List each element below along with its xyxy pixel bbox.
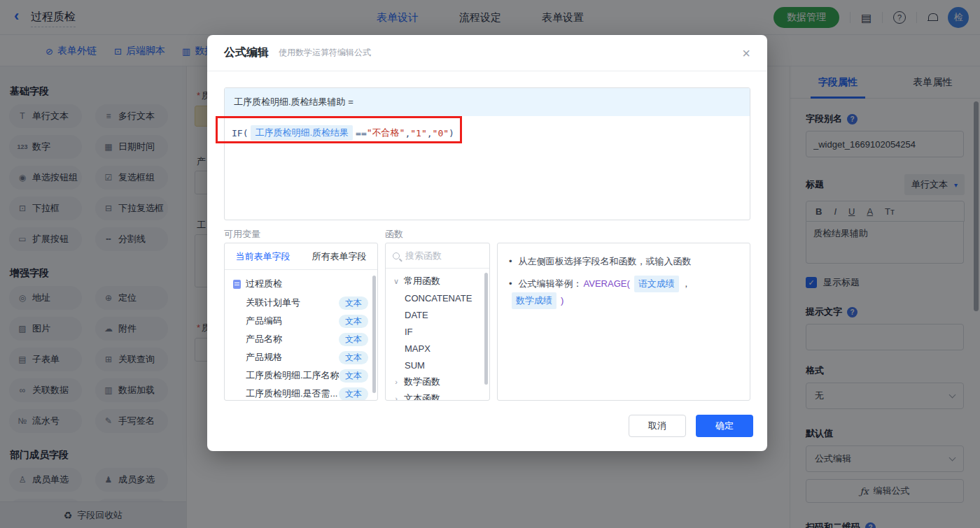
type-badge: 文本 — [339, 315, 368, 328]
modal-header: 公式编辑 使用数学运算符编辑公式 × — [207, 35, 767, 71]
help-tip-2: • 公式编辑举例：AVERAGE(语文成绩，数学成绩) — [509, 276, 738, 309]
type-badge: 文本 — [339, 369, 368, 383]
variable-item[interactable]: 产品编码文本 — [225, 312, 377, 330]
formula-op: , — [405, 128, 410, 138]
function-item[interactable]: SUM — [386, 357, 489, 373]
type-badge: 文本 — [339, 387, 368, 401]
modal-title: 公式编辑 — [224, 45, 269, 60]
function-group[interactable]: ›文本函数 — [386, 390, 489, 401]
type-badge: 文本 — [339, 297, 368, 310]
formula-fn: IF( — [232, 128, 248, 138]
function-item[interactable]: IF — [386, 323, 489, 340]
variable-item[interactable]: 工序质检明细.工序名称文本 — [225, 366, 377, 385]
tree-root-label: 过程质检 — [246, 278, 282, 290]
close-icon[interactable]: × — [742, 46, 750, 60]
formula-editor-modal: 公式编辑 使用数学运算符编辑公式 × 工序质检明细.质检结果辅助 = IF(工序… — [207, 35, 767, 451]
help-tip-1: • 从左侧面板选择字段名和函数，或输入函数 — [509, 255, 738, 269]
search-icon — [393, 252, 400, 259]
type-badge: 文本 — [339, 333, 368, 346]
variable-name: 产品名称 — [246, 333, 282, 345]
formula-editor[interactable]: 工序质检明细.质检结果辅助 = IF(工序质检明细.质检结果=="不合格","1… — [224, 87, 750, 220]
function-search — [386, 243, 489, 269]
function-item[interactable]: DATE — [386, 306, 489, 323]
variable-item[interactable]: 工序质检明细.是否需...文本 — [225, 385, 377, 401]
function-group[interactable]: ∨常用函数 — [386, 273, 489, 290]
variables-scrollbar[interactable] — [372, 276, 376, 393]
formula-str: "1" — [410, 128, 426, 138]
formula-op: == — [356, 128, 367, 138]
variable-item[interactable]: 产品规格文本 — [225, 348, 377, 366]
variables-tab-1[interactable]: 当前表单字段 — [225, 243, 301, 269]
function-group[interactable]: ›数学函数 — [386, 373, 489, 390]
chevron-down-icon: ∨ — [393, 277, 400, 286]
tree-root-form[interactable]: 过程质检 — [225, 274, 377, 294]
variables-tab-2[interactable]: 所有表单字段 — [301, 243, 377, 269]
variables-tabs: 当前表单字段所有表单字段 — [225, 243, 377, 270]
type-badge: 文本 — [339, 351, 368, 364]
function-group-label: 常用函数 — [404, 275, 440, 287]
help-example-text: ， — [682, 277, 691, 291]
variables-tree: 过程质检 关联计划单号文本产品编码文本产品名称文本产品规格文本工序质检明细.工序… — [225, 270, 377, 401]
formula-op: , — [427, 128, 433, 138]
formula-str: "0" — [433, 128, 449, 138]
help-example-text: AVERAGE( — [584, 277, 630, 291]
formula-target: 工序质检明细.质检结果辅助 = — [225, 88, 750, 116]
example-field-token[interactable]: 语文成绩 — [634, 276, 679, 292]
formula-str: "不合格" — [367, 127, 405, 139]
help-example-text: 公式编辑举例： — [519, 277, 582, 291]
form-doc-icon — [233, 280, 241, 289]
variable-name: 关联计划单号 — [246, 297, 300, 309]
bullet: • — [509, 255, 512, 269]
confirm-button[interactable]: 确定 — [696, 415, 753, 437]
formula-help-panel: • 从左侧面板选择字段名和函数，或输入函数 • 公式编辑举例：AVERAGE(语… — [497, 243, 750, 401]
help-example-text: ) — [561, 294, 564, 308]
bullet: • — [509, 277, 512, 291]
functions-panel: ∨常用函数CONCATENATEDATEIFMAPXSUM›数学函数›文本函数 — [385, 243, 490, 401]
functions-label: 函数 — [385, 228, 403, 241]
formula-op: ) — [449, 128, 454, 138]
function-search-input[interactable] — [405, 250, 475, 261]
function-item[interactable]: MAPX — [386, 340, 489, 357]
variable-name: 工序质检明细.是否需... — [246, 387, 337, 400]
function-group-label: 数学函数 — [404, 376, 440, 388]
formula-field-token[interactable]: 工序质检明细.质检结果 — [251, 125, 353, 141]
function-group-label: 文本函数 — [404, 392, 440, 401]
variable-item[interactable]: 关联计划单号文本 — [225, 294, 377, 312]
function-item[interactable]: CONCATENATE — [386, 290, 489, 306]
functions-scrollbar[interactable] — [484, 273, 488, 385]
variables-panel: 当前表单字段所有表单字段 过程质检 关联计划单号文本产品编码文本产品名称文本产品… — [224, 243, 378, 401]
modal-subtitle: 使用数学运算符编辑公式 — [279, 47, 371, 59]
chevron-right-icon: › — [393, 378, 400, 386]
variable-name: 工序质检明细.工序名称 — [246, 369, 339, 382]
variables-label: 可用变量 — [224, 228, 260, 241]
variable-name: 产品规格 — [246, 351, 282, 364]
functions-tree: ∨常用函数CONCATENATEDATEIFMAPXSUM›数学函数›文本函数 — [386, 269, 489, 401]
variable-name: 产品编码 — [246, 315, 282, 327]
cancel-button[interactable]: 取消 — [629, 415, 686, 437]
formula-expression[interactable]: IF(工序质检明细.质检结果=="不合格","1","0") — [225, 116, 750, 150]
help-tip-1-text: 从左侧面板选择字段名和函数，或输入函数 — [519, 255, 692, 269]
example-field-token[interactable]: 数学成绩 — [512, 292, 556, 309]
variable-item[interactable]: 产品名称文本 — [225, 330, 377, 348]
chevron-right-icon: › — [393, 394, 400, 401]
